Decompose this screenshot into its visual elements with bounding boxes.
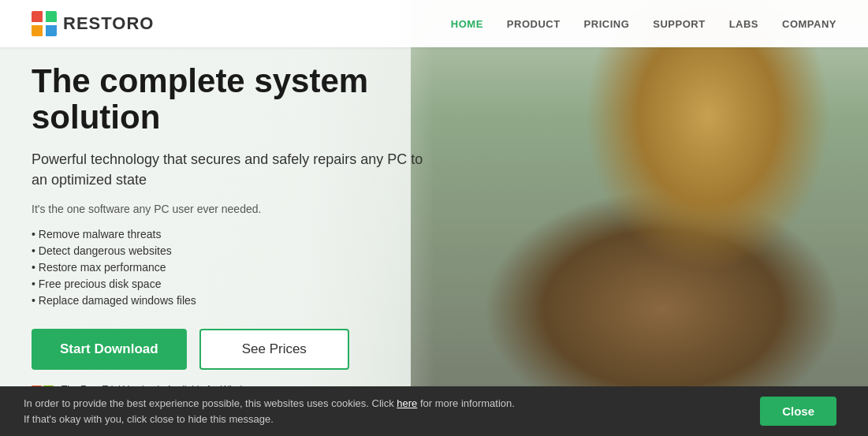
feature-item: Remove malware threats [32,228,473,240]
logo-icon [32,11,57,36]
hero-tagline: It's the one software any PC user ever n… [32,203,473,215]
hero-title: The complete system solution [32,63,473,136]
cookie-text-part2: for more information. [417,397,515,409]
nav-product[interactable]: PRODUCT [507,18,561,30]
see-prices-button[interactable]: See Prices [199,329,349,370]
cookie-text: In order to provide the best experience … [24,396,736,427]
hero-content: The complete system solution Powerful te… [32,63,473,412]
cookie-text-part1: In order to provide the best experience … [24,397,397,409]
nav-support[interactable]: SUPPORT [653,18,705,30]
nav-home[interactable]: HOME [451,18,483,30]
nav-pricing[interactable]: PRICING [584,18,630,30]
cookie-text-line2: If that's okay with you, click close to … [24,413,274,425]
start-download-button[interactable]: Start Download [32,329,187,370]
hero-subtitle: Powerful technology that secures and saf… [32,150,426,189]
logo[interactable]: RESTORO [32,11,154,36]
feature-item: Restore max performance [32,261,473,274]
feature-item: Detect dangerous websites [32,244,473,257]
nav-company[interactable]: COMPANY [782,18,836,30]
feature-item: Replace damaged windows files [32,294,473,307]
cookie-here-link[interactable]: here [397,397,417,409]
cookie-bar: In order to provide the best experience … [0,386,868,436]
hero-image [411,0,868,386]
cookie-close-button[interactable]: Close [760,397,836,426]
cta-buttons: Start Download See Prices [32,329,473,370]
nav-labs[interactable]: LABS [729,18,758,30]
feature-item: Free precious disk space [32,278,473,290]
nav-links: HOME PRODUCT PRICING SUPPORT LABS COMPAN… [451,18,836,30]
hero-features-list: Remove malware threats Detect dangerous … [32,228,473,307]
logo-text: RESTORO [63,13,154,34]
navigation: RESTORO HOME PRODUCT PRICING SUPPORT LAB… [0,0,868,47]
